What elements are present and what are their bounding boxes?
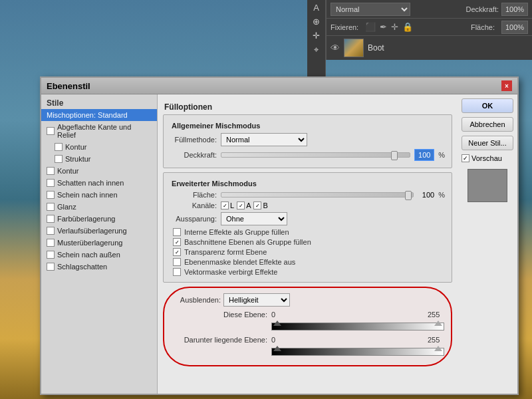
style-schatten-innen[interactable]: Schatten nach innen [41,177,157,189]
style-schlagschatten[interactable]: Schlagschatten [41,261,157,273]
vektormaske-label: Vektormaske verbirgt Effekte [184,268,277,276]
ps-layers-panel: Normal Deckkraft: 100% Fixieren: ⬛ ✒ ✛ 🔒… [326,0,532,60]
deckkraft-percent: % [438,151,445,159]
channel-b-checkbox[interactable] [253,201,261,209]
style-kontur1[interactable]: Kontur [41,141,157,153]
ok-button[interactable]: OK [462,98,513,113]
diese-ebene-label: Diese Ebene: [171,311,267,319]
schlagschatten-checkbox[interactable] [47,263,55,271]
style-musterueberlag[interactable]: Musterüberlagerung [41,237,157,249]
verlaufsueberlag-checkbox[interactable] [47,227,55,235]
opacity-label: Deckkraft: [466,5,499,13]
struktur-checkbox[interactable] [55,155,63,163]
shield-icon: 🔒 [402,22,413,32]
interne-checkbox[interactable] [173,228,181,236]
layer-row[interactable]: 👁 Boot [327,36,532,60]
zoom-icon[interactable]: ⊕ [313,17,320,27]
aussparung-select[interactable]: Ohne [221,212,287,225]
fuellmethode-label: Füllmethode: [170,136,217,144]
bescnittene-row: Baschnittene Ebenen als Gruppe füllen [170,238,445,246]
ebenenmaske-checkbox[interactable] [173,258,181,266]
vorschau-row: Vorschau [462,154,513,162]
style-struktur-label: Struktur [65,155,91,163]
schatten-innen-checkbox[interactable] [47,179,55,187]
farbueberlag-checkbox[interactable] [47,215,55,223]
fuellmethode-select[interactable]: Normal [221,133,307,146]
channel-a-checkbox[interactable] [237,201,245,209]
vorschau-checkbox[interactable] [462,154,469,162]
style-verlaufsueberlag[interactable]: Verlaufsüberlagerung [41,225,157,237]
channel-a-label: A [246,201,251,209]
fuellmethode-row: Füllmethode: Normal [170,133,445,146]
lock-icon: ⬛ [365,22,376,32]
interne-label: Interne Effekte als Gruppe füllen [184,228,289,236]
aussparung-label: Aussparung: [170,215,217,223]
neuer-stil-button[interactable]: Neuer Stil... [462,136,513,150]
schein-innen-checkbox[interactable] [47,191,55,199]
darunter-white-thumb[interactable] [434,346,442,351]
deckkraft-value[interactable]: 100 [414,149,434,161]
kanaele-row: Kanäle: L A B [170,201,445,209]
style-struktur[interactable]: Struktur [41,153,157,165]
kontur2-checkbox[interactable] [47,167,55,175]
bescnittene-checkbox[interactable] [173,238,181,246]
style-schein-aussen[interactable]: Schein nach außen [41,249,157,261]
diese-ebene-min: 0 [271,311,288,319]
style-schein-innen-label: Schein nach innen [57,191,118,199]
schein-aussen-checkbox[interactable] [47,251,55,259]
flaeche-slider[interactable] [221,192,414,198]
lasso-icon[interactable]: ⌖ [314,45,319,55]
musterueberlag-checkbox[interactable] [47,239,55,247]
vektormaske-checkbox[interactable] [173,268,181,276]
style-schlagschatten-label: Schlagschatten [57,263,107,271]
eye-icon[interactable]: 👁 [331,43,340,53]
style-mischoptionen-label: Mischoptionen: Standard [47,111,128,119]
close-button[interactable]: × [501,80,512,91]
channel-checkboxes: L A B [221,201,268,209]
ausblenden-label: Ausblenden: [171,296,221,304]
glanz-checkbox[interactable] [47,203,55,211]
style-kontur1-label: Kontur [65,143,86,151]
channel-a[interactable]: A [237,201,251,209]
deckkraft-thumb[interactable] [391,151,398,160]
channel-l[interactable]: L [221,201,234,209]
diese-ebene-white-thumb[interactable] [434,321,442,326]
fill-value: 100% [501,21,528,34]
interne-row: Interne Effekte als Gruppe füllen [170,228,445,236]
style-verlaufsueberlag-label: Verlaufsüberlagerung [57,227,127,235]
kante-checkbox[interactable] [47,127,55,135]
deckkraft-slider[interactable] [221,152,410,158]
layer-name: Boot [368,43,384,53]
deckkraft-row: Deckkraft: 100 % [170,149,445,161]
darunter-max: 255 [428,336,444,344]
style-kante[interactable]: Abgeflachte Kante und Relief [41,121,157,141]
style-glanz[interactable]: Glanz [41,201,157,213]
flaeche-thumb[interactable] [405,191,412,200]
channel-b[interactable]: B [253,201,267,209]
ebenenstil-dialog: Ebenenstil × Stile Mischoptionen: Standa… [40,76,519,395]
diese-ebene-black-thumb[interactable] [273,321,281,326]
allgemein-section: Allgemeiner Mischmodus Füllmethode: Norm… [163,114,452,168]
kontur1-checkbox[interactable] [55,143,63,151]
ausblenden-select[interactable]: Helligkeit [223,293,290,307]
channel-l-checkbox[interactable] [221,201,229,209]
darunter-slider[interactable] [271,348,444,356]
transparenz-row: Transparenz formt Ebene [170,248,445,256]
diese-ebene-slider-row [171,321,444,332]
darunter-black-thumb[interactable] [273,346,281,351]
move-tool-icon[interactable]: ✛ [313,31,320,41]
style-farbueberlag[interactable]: Farbüberlagerung [41,213,157,225]
blend-mode-select[interactable]: Normal [331,3,410,16]
diese-ebene-slider[interactable] [271,323,444,331]
dialog-body: Stile Mischoptionen: Standard Abgeflacht… [41,94,517,394]
transparenz-checkbox[interactable] [173,248,181,256]
text-tool-icon[interactable]: A [313,3,319,13]
darunter-min: 0 [271,336,288,344]
style-kontur2[interactable]: Kontur [41,165,157,177]
fill-label: Fläche: [471,23,495,31]
layer-thumbnail [344,39,364,57]
style-schein-innen[interactable]: Schein nach innen [41,189,157,201]
abbrechen-button[interactable]: Abbrechen [462,117,513,132]
style-farbueberlag-label: Farbüberlagerung [57,215,115,223]
style-mischoptionen[interactable]: Mischoptionen: Standard [41,109,157,121]
